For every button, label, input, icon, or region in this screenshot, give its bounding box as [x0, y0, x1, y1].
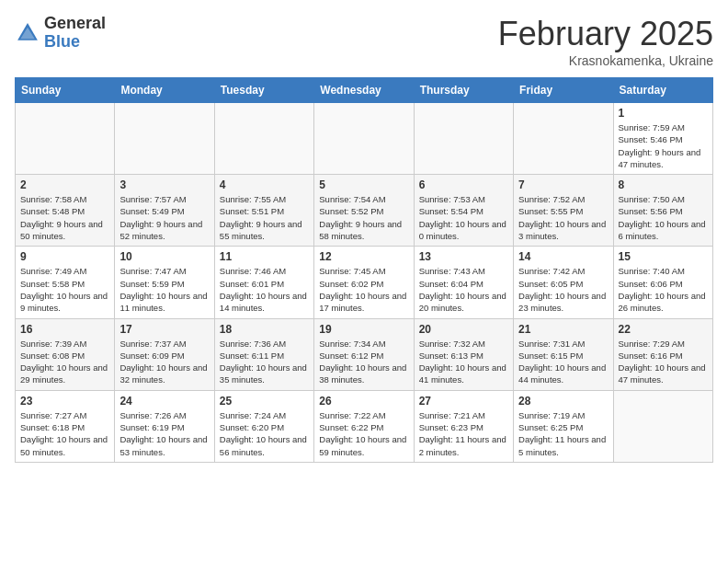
calendar-cell: 5Sunrise: 7:54 AM Sunset: 5:52 PM Daylig…: [314, 175, 414, 247]
calendar-cell: 25Sunrise: 7:24 AM Sunset: 6:20 PM Dayli…: [214, 390, 313, 462]
day-info: Sunrise: 7:31 AM Sunset: 6:15 PM Dayligh…: [518, 338, 608, 386]
day-info: Sunrise: 7:39 AM Sunset: 6:08 PM Dayligh…: [20, 338, 109, 386]
day-number: 14: [518, 250, 608, 263]
day-number: 23: [20, 395, 109, 408]
day-number: 4: [220, 178, 309, 191]
calendar-cell: 28Sunrise: 7:19 AM Sunset: 6:25 PM Dayli…: [514, 390, 613, 462]
day-info: Sunrise: 7:43 AM Sunset: 6:04 PM Dayligh…: [419, 265, 508, 314]
day-info: Sunrise: 7:22 AM Sunset: 6:22 PM Dayligh…: [319, 409, 408, 458]
calendar-cell: [314, 103, 414, 175]
logo-icon: [15, 20, 40, 46]
calendar-cell: 9Sunrise: 7:49 AM Sunset: 5:58 PM Daylig…: [16, 247, 115, 318]
day-info: Sunrise: 7:26 AM Sunset: 6:19 PM Dayligh…: [119, 409, 209, 458]
day-number: 16: [20, 323, 109, 336]
day-info: Sunrise: 7:47 AM Sunset: 5:59 PM Dayligh…: [119, 265, 209, 314]
calendar-cell: 18Sunrise: 7:36 AM Sunset: 6:11 PM Dayli…: [214, 318, 313, 390]
logo: General Blue: [15, 15, 106, 52]
col-header-thursday: Thursday: [414, 78, 513, 103]
col-header-monday: Monday: [115, 78, 214, 103]
page-header: General Blue February 2025 Krasnokamenka…: [15, 15, 713, 68]
day-info: Sunrise: 7:46 AM Sunset: 6:01 PM Dayligh…: [220, 265, 309, 314]
day-info: Sunrise: 7:49 AM Sunset: 5:58 PM Dayligh…: [20, 265, 109, 314]
day-info: Sunrise: 7:37 AM Sunset: 6:09 PM Dayligh…: [119, 338, 209, 386]
title-block: February 2025 Krasnokamenka, Ukraine: [498, 15, 713, 68]
col-header-tuesday: Tuesday: [214, 78, 313, 103]
logo-blue: Blue: [44, 33, 106, 52]
calendar-cell: 26Sunrise: 7:22 AM Sunset: 6:22 PM Dayli…: [314, 390, 414, 462]
calendar-cell: 20Sunrise: 7:32 AM Sunset: 6:13 PM Dayli…: [414, 318, 513, 390]
day-info: Sunrise: 7:40 AM Sunset: 6:06 PM Dayligh…: [619, 265, 708, 314]
day-number: 6: [419, 178, 508, 191]
calendar-cell: 17Sunrise: 7:37 AM Sunset: 6:09 PM Dayli…: [115, 318, 214, 390]
calendar-cell: 24Sunrise: 7:26 AM Sunset: 6:19 PM Dayli…: [115, 390, 214, 462]
calendar-cell: 21Sunrise: 7:31 AM Sunset: 6:15 PM Dayli…: [514, 318, 613, 390]
day-number: 22: [619, 323, 708, 336]
day-number: 25: [220, 395, 309, 408]
calendar-cell: [214, 103, 313, 175]
day-number: 24: [119, 395, 209, 408]
calendar-cell: [514, 103, 613, 175]
calendar-cell: 13Sunrise: 7:43 AM Sunset: 6:04 PM Dayli…: [414, 247, 513, 318]
calendar-cell: [613, 390, 712, 462]
calendar-cell: 2Sunrise: 7:58 AM Sunset: 5:48 PM Daylig…: [16, 175, 115, 247]
day-number: 12: [319, 250, 408, 263]
calendar-cell: 7Sunrise: 7:52 AM Sunset: 5:55 PM Daylig…: [514, 175, 613, 247]
calendar-cell: 15Sunrise: 7:40 AM Sunset: 6:06 PM Dayli…: [613, 247, 712, 318]
day-number: 19: [319, 323, 408, 336]
day-info: Sunrise: 7:52 AM Sunset: 5:55 PM Dayligh…: [518, 193, 608, 242]
day-number: 5: [319, 178, 408, 191]
calendar-cell: 14Sunrise: 7:42 AM Sunset: 6:05 PM Dayli…: [514, 247, 613, 318]
day-info: Sunrise: 7:19 AM Sunset: 6:25 PM Dayligh…: [518, 409, 608, 458]
col-header-sunday: Sunday: [16, 78, 115, 103]
calendar-cell: [16, 103, 115, 175]
day-number: 3: [119, 178, 209, 191]
day-info: Sunrise: 7:50 AM Sunset: 5:56 PM Dayligh…: [619, 193, 708, 242]
day-number: 21: [518, 323, 608, 336]
day-info: Sunrise: 7:45 AM Sunset: 6:02 PM Dayligh…: [319, 265, 408, 314]
day-info: Sunrise: 7:58 AM Sunset: 5:48 PM Dayligh…: [20, 193, 109, 242]
location-subtitle: Krasnokamenka, Ukraine: [498, 53, 713, 68]
day-number: 28: [518, 395, 608, 408]
day-number: 15: [619, 250, 708, 263]
day-number: 13: [419, 250, 508, 263]
day-info: Sunrise: 7:42 AM Sunset: 6:05 PM Dayligh…: [518, 265, 608, 314]
day-info: Sunrise: 7:59 AM Sunset: 5:46 PM Dayligh…: [619, 121, 708, 170]
calendar-cell: 16Sunrise: 7:39 AM Sunset: 6:08 PM Dayli…: [16, 318, 115, 390]
day-info: Sunrise: 7:29 AM Sunset: 6:16 PM Dayligh…: [619, 338, 708, 386]
day-number: 18: [220, 323, 309, 336]
day-info: Sunrise: 7:57 AM Sunset: 5:49 PM Dayligh…: [119, 193, 209, 242]
calendar-cell: 22Sunrise: 7:29 AM Sunset: 6:16 PM Dayli…: [613, 318, 712, 390]
logo-general: General: [44, 15, 106, 33]
calendar-table: SundayMondayTuesdayWednesdayThursdayFrid…: [15, 77, 713, 463]
calendar-cell: [115, 103, 214, 175]
calendar-cell: 4Sunrise: 7:55 AM Sunset: 5:51 PM Daylig…: [214, 175, 313, 247]
day-number: 10: [119, 250, 209, 263]
col-header-saturday: Saturday: [613, 78, 712, 103]
calendar-cell: 10Sunrise: 7:47 AM Sunset: 5:59 PM Dayli…: [115, 247, 214, 318]
day-number: 8: [619, 178, 708, 191]
day-number: 20: [419, 323, 508, 336]
day-info: Sunrise: 7:53 AM Sunset: 5:54 PM Dayligh…: [419, 193, 508, 242]
day-info: Sunrise: 7:36 AM Sunset: 6:11 PM Dayligh…: [220, 338, 309, 386]
calendar-cell: [414, 103, 513, 175]
day-number: 9: [20, 250, 109, 263]
calendar-cell: 3Sunrise: 7:57 AM Sunset: 5:49 PM Daylig…: [115, 175, 214, 247]
calendar-cell: 19Sunrise: 7:34 AM Sunset: 6:12 PM Dayli…: [314, 318, 414, 390]
day-number: 17: [119, 323, 209, 336]
day-info: Sunrise: 7:34 AM Sunset: 6:12 PM Dayligh…: [319, 338, 408, 386]
calendar-cell: 11Sunrise: 7:46 AM Sunset: 6:01 PM Dayli…: [214, 247, 313, 318]
day-number: 1: [619, 107, 708, 120]
day-number: 11: [220, 250, 309, 263]
col-header-friday: Friday: [514, 78, 613, 103]
day-info: Sunrise: 7:55 AM Sunset: 5:51 PM Dayligh…: [220, 193, 309, 242]
day-info: Sunrise: 7:32 AM Sunset: 6:13 PM Dayligh…: [419, 338, 508, 386]
col-header-wednesday: Wednesday: [314, 78, 414, 103]
day-number: 27: [419, 395, 508, 408]
day-info: Sunrise: 7:27 AM Sunset: 6:18 PM Dayligh…: [20, 409, 109, 458]
calendar-cell: 27Sunrise: 7:21 AM Sunset: 6:23 PM Dayli…: [414, 390, 513, 462]
calendar-cell: 8Sunrise: 7:50 AM Sunset: 5:56 PM Daylig…: [613, 175, 712, 247]
calendar-cell: 1Sunrise: 7:59 AM Sunset: 5:46 PM Daylig…: [613, 103, 712, 175]
day-info: Sunrise: 7:54 AM Sunset: 5:52 PM Dayligh…: [319, 193, 408, 242]
day-number: 2: [20, 178, 109, 191]
calendar-cell: 12Sunrise: 7:45 AM Sunset: 6:02 PM Dayli…: [314, 247, 414, 318]
